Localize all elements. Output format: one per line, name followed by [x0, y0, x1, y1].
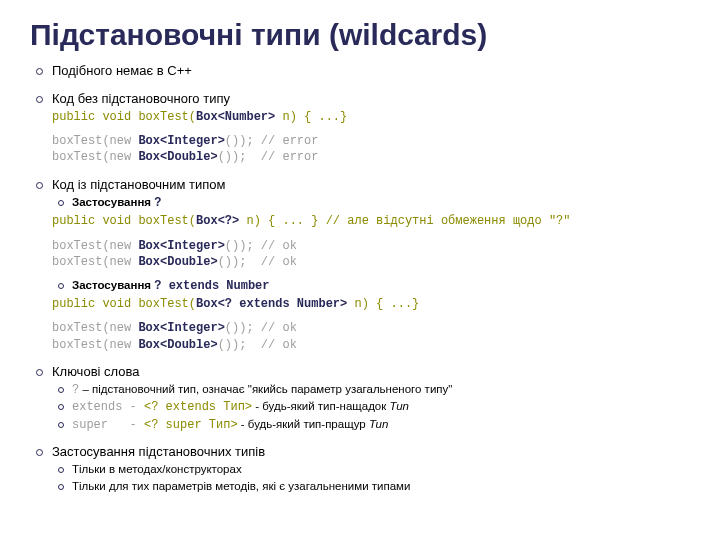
bullet-4-title: Ключові слова	[52, 364, 139, 379]
code-ext-sig: public void boxTest(Box<? extends Number…	[52, 296, 690, 312]
app-question: Застосування ?	[72, 195, 690, 211]
slide-title: Підстановочні типи (wildcards)	[30, 18, 690, 52]
kw-question: ? – підстановочний тип, означає "якийсь …	[72, 382, 690, 398]
app-extends: Застосування ? extends Number	[72, 278, 690, 294]
bullet-3: Код із підстановочним типом Застосування…	[52, 176, 690, 353]
bullet-2: Код без підстановочного типу public void…	[52, 90, 690, 166]
use-2: Тільки для тих параметрів методів, які є…	[72, 479, 690, 495]
slide-root: { "title": "Підстановочні типи (wildcard…	[0, 0, 720, 540]
bullet-4: Ключові слова ? – підстановочний тип, оз…	[52, 363, 690, 433]
code-nowildcard-calls: boxTest(new Box<Integer>()); // error bo…	[52, 133, 690, 165]
bullet-5-title: Застосування підстановочних типів	[52, 444, 265, 459]
use-1: Тільки в методах/конструкторах	[72, 462, 690, 478]
kw-super: super - <? super Тип> - будь-який тип-пр…	[72, 417, 690, 433]
bullet-1-text: Подібного немає в C++	[52, 63, 192, 78]
bullet-3-title: Код із підстановочним типом	[52, 177, 226, 192]
code-nowildcard-sig: public void boxTest(Box<Number> n) { ...…	[52, 109, 690, 125]
bullet-list: Подібного немає в C++ Код без підстаново…	[30, 62, 690, 494]
bullet-5: Застосування підстановочних типів Тільки…	[52, 443, 690, 495]
code-q-calls: boxTest(new Box<Integer>()); // ok boxTe…	[52, 238, 690, 270]
kw-extends: extends - <? extends Тип> - будь-який ти…	[72, 399, 690, 415]
bullet-1: Подібного немає в C++	[52, 62, 690, 80]
code-q-sig: public void boxTest(Box<?> n) { ... } //…	[52, 213, 690, 229]
code-ext-calls: boxTest(new Box<Integer>()); // ok boxTe…	[52, 320, 690, 352]
bullet-2-title: Код без підстановочного типу	[52, 91, 230, 106]
